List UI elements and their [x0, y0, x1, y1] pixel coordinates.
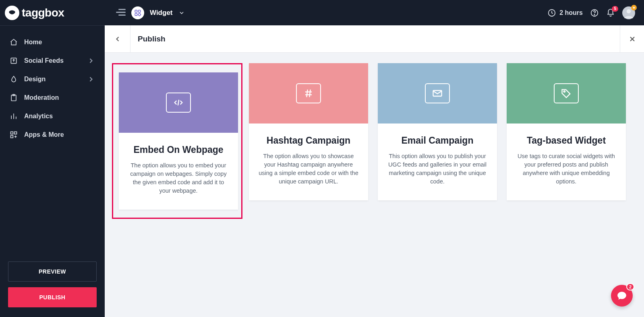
- mail-icon: [425, 83, 450, 103]
- time-remaining[interactable]: 2 hours: [547, 8, 583, 17]
- sidebar-item-social-feeds[interactable]: Social Feeds: [0, 51, 105, 70]
- user-avatar[interactable]: ★: [622, 6, 635, 19]
- widget-dropdown-label[interactable]: Widget: [150, 9, 173, 17]
- chat-button[interactable]: 2: [611, 285, 633, 307]
- highlight-frame: Embed On Webpage The option allows you t…: [112, 63, 242, 219]
- publish-options: Embed On Webpage The option allows you t…: [105, 53, 644, 229]
- notifications-button[interactable]: 5: [606, 8, 615, 17]
- notification-badge: 5: [612, 6, 618, 12]
- hash-icon: [296, 83, 321, 103]
- svg-rect-3: [138, 13, 141, 16]
- apps-icon: [10, 131, 18, 139]
- sidebar-item-label: Home: [24, 39, 42, 46]
- help-icon: [590, 8, 599, 17]
- chevron-right-icon: [87, 75, 95, 83]
- chevron-left-icon: [114, 35, 122, 43]
- topbar-right: 2 hours 5 ★: [547, 6, 644, 19]
- chat-icon: [617, 290, 627, 301]
- sidebar-item-design[interactable]: Design: [0, 70, 105, 89]
- card-desc: The option allows you to embed your camp…: [128, 161, 228, 195]
- svg-rect-1: [139, 10, 141, 12]
- main: Publish Embed On Webpage The option allo…: [105, 25, 644, 317]
- chat-badge: 2: [626, 283, 634, 290]
- close-icon: [628, 35, 636, 43]
- sidebar-item-label: Analytics: [24, 113, 53, 120]
- tag-icon: [554, 83, 579, 103]
- preview-button[interactable]: PREVIEW: [8, 261, 97, 282]
- card-header: [249, 63, 368, 124]
- card-title: Embed On Webpage: [128, 144, 228, 156]
- sidebar-item-label: Moderation: [24, 94, 59, 101]
- svg-rect-13: [11, 136, 13, 138]
- svg-line-20: [309, 90, 310, 97]
- svg-point-22: [564, 91, 565, 93]
- page-title: Publish: [130, 35, 166, 43]
- svg-point-6: [594, 14, 594, 14]
- close-button[interactable]: [620, 25, 644, 52]
- chevron-down-icon[interactable]: [178, 10, 185, 16]
- card-title: Email Campaign: [387, 135, 487, 146]
- svg-rect-2: [135, 13, 137, 15]
- sidebar: Home Social Feeds Design Moderation Anal…: [0, 25, 105, 317]
- button-label: PREVIEW: [39, 268, 66, 275]
- menu-toggle-icon[interactable]: [116, 9, 126, 17]
- sidebar-item-label: Design: [24, 76, 46, 83]
- home-icon: [10, 38, 18, 46]
- page-header: Publish: [105, 25, 644, 53]
- sidebar-footer: PREVIEW PUBLISH: [0, 254, 105, 317]
- card-hashtag-campaign[interactable]: Hashtag Campaign The option allows you t…: [249, 63, 368, 200]
- card-body: Hashtag Campaign The option allows you t…: [249, 124, 368, 200]
- sidebar-item-analytics[interactable]: Analytics: [0, 107, 105, 126]
- card-header: [507, 63, 626, 124]
- card-desc: Use tags to curate social widgets with y…: [516, 152, 616, 186]
- publish-button[interactable]: PUBLISH: [8, 287, 97, 307]
- clipboard-icon: [10, 94, 18, 102]
- widget-icon: [131, 6, 144, 19]
- sidebar-item-label: Social Feeds: [24, 57, 64, 64]
- card-body: Tag-based Widget Use tags to curate soci…: [507, 124, 626, 200]
- card-email-campaign[interactable]: Email Campaign This option allows you to…: [378, 63, 497, 200]
- sidebar-nav: Home Social Feeds Design Moderation Anal…: [0, 26, 105, 254]
- upload-icon: [10, 57, 18, 65]
- logo-text: taggbox: [22, 6, 64, 19]
- card-body: Embed On Webpage The option allows you t…: [119, 133, 238, 210]
- svg-point-7: [627, 9, 631, 13]
- card-embed-on-webpage[interactable]: Embed On Webpage The option allows you t…: [119, 72, 238, 210]
- svg-rect-11: [11, 132, 13, 134]
- sidebar-item-home[interactable]: Home: [0, 33, 105, 51]
- sidebar-item-apps-more[interactable]: Apps & More: [0, 126, 105, 144]
- svg-rect-12: [14, 132, 17, 134]
- svg-line-19: [306, 90, 307, 97]
- logo-mark-icon: [5, 6, 19, 20]
- time-label: 2 hours: [559, 9, 583, 16]
- button-label: PUBLISH: [39, 294, 66, 301]
- svg-rect-0: [135, 10, 137, 12]
- star-badge-icon: ★: [631, 5, 637, 10]
- card-desc: This option allows you to publish your U…: [387, 152, 487, 186]
- sidebar-item-label: Apps & More: [24, 131, 64, 138]
- bars-icon: [10, 112, 18, 120]
- help-button[interactable]: [590, 8, 599, 17]
- card-header: [119, 72, 238, 133]
- sidebar-item-moderation[interactable]: Moderation: [0, 89, 105, 107]
- card-title: Tag-based Widget: [516, 135, 616, 146]
- topbar: taggbox Widget 2 hours 5 ★: [0, 0, 644, 25]
- code-icon: [166, 93, 191, 113]
- clock-icon: [547, 8, 556, 17]
- back-button[interactable]: [105, 25, 130, 52]
- topbar-left: taggbox: [0, 6, 105, 20]
- logo[interactable]: taggbox: [5, 6, 64, 20]
- drop-icon: [10, 75, 18, 83]
- chevron-right-icon: [87, 57, 95, 65]
- card-tag-based-widget[interactable]: Tag-based Widget Use tags to curate soci…: [507, 63, 626, 200]
- card-desc: The option allows you to showcase your H…: [259, 152, 358, 186]
- card-body: Email Campaign This option allows you to…: [378, 124, 497, 200]
- card-title: Hashtag Campaign: [259, 135, 358, 146]
- topbar-mid: Widget: [105, 6, 185, 19]
- svg-line-16: [178, 100, 179, 105]
- card-header: [378, 63, 497, 124]
